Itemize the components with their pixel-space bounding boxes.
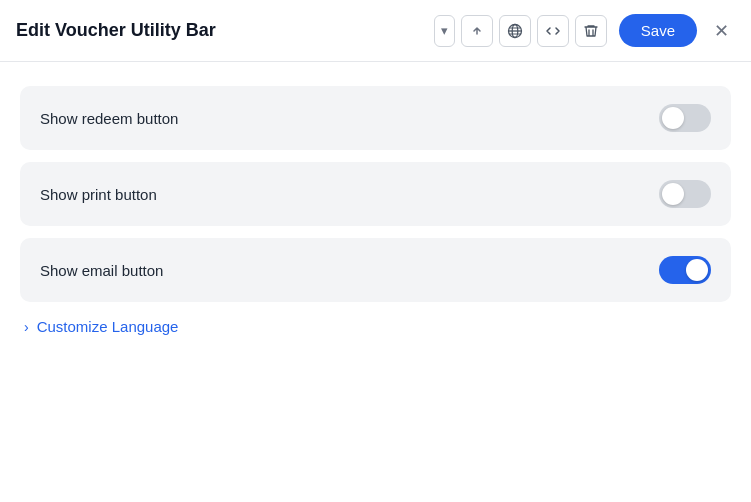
redeem-knob (662, 107, 684, 129)
code-icon (545, 23, 561, 39)
header: Edit Voucher Utility Bar ▾ (0, 0, 751, 62)
print-track (659, 180, 711, 208)
customize-language-link[interactable]: › Customize Language (20, 318, 731, 335)
globe-button[interactable] (499, 15, 531, 47)
redeem-track (659, 104, 711, 132)
main-content: Show redeem button Show print button Sho… (0, 62, 751, 355)
email-label: Show email button (40, 262, 163, 279)
delete-button[interactable] (575, 15, 607, 47)
code-button[interactable] (537, 15, 569, 47)
email-toggle[interactable] (659, 256, 711, 284)
chevron-right-icon: › (24, 319, 29, 335)
globe-icon (507, 23, 523, 39)
save-button[interactable]: Save (619, 14, 697, 47)
dropdown-button[interactable]: ▾ (434, 15, 455, 47)
close-button[interactable]: ✕ (707, 17, 735, 45)
up-arrow-button[interactable] (461, 15, 493, 47)
print-toggle-row: Show print button (20, 162, 731, 226)
redeem-toggle-row: Show redeem button (20, 86, 731, 150)
email-toggle-row: Show email button (20, 238, 731, 302)
email-knob (686, 259, 708, 281)
print-knob (662, 183, 684, 205)
email-track (659, 256, 711, 284)
page-title: Edit Voucher Utility Bar (16, 20, 434, 41)
redeem-toggle[interactable] (659, 104, 711, 132)
trash-icon (583, 23, 599, 39)
print-toggle[interactable] (659, 180, 711, 208)
print-label: Show print button (40, 186, 157, 203)
header-controls: ▾ (434, 15, 607, 47)
customize-language-label: Customize Language (37, 318, 179, 335)
chevron-down-icon: ▾ (441, 23, 448, 38)
up-arrow-icon (470, 24, 484, 38)
redeem-label: Show redeem button (40, 110, 178, 127)
